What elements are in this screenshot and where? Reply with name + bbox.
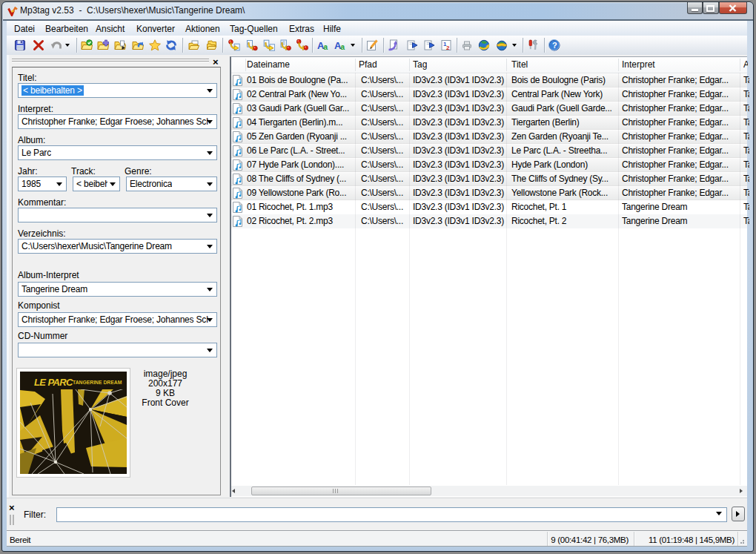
svg-text:LE PARC: LE PARC [34, 377, 73, 388]
svg-text:a: a [341, 43, 345, 51]
svg-text:TANGERINE DREAM: TANGERINE DREAM [73, 380, 122, 385]
svg-text:?: ? [552, 41, 557, 50]
svg-text:2: 2 [446, 44, 450, 51]
svg-text:a: a [324, 43, 328, 51]
